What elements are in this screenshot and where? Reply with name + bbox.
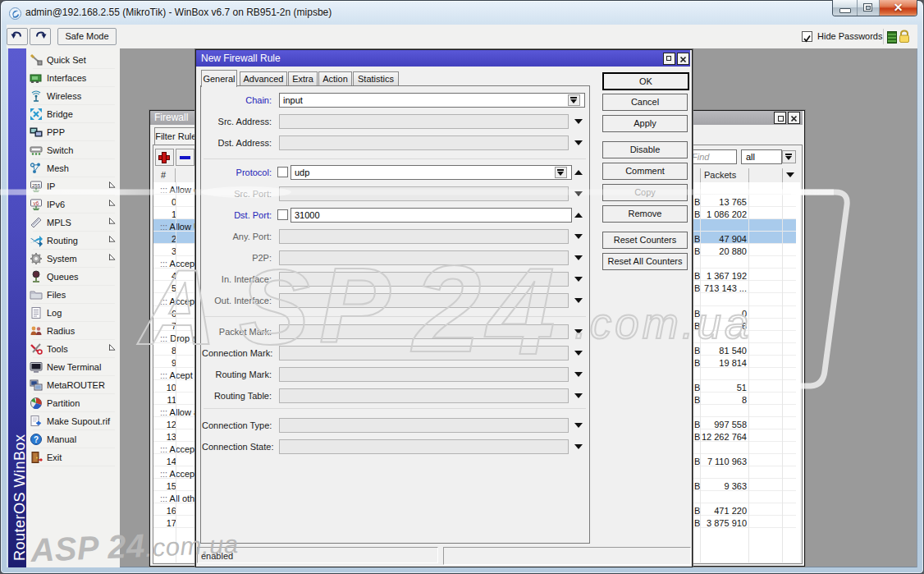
svg-text:?: ? bbox=[34, 435, 39, 444]
svg-text:255: 255 bbox=[32, 183, 41, 188]
svg-text:v6: v6 bbox=[34, 200, 39, 206]
